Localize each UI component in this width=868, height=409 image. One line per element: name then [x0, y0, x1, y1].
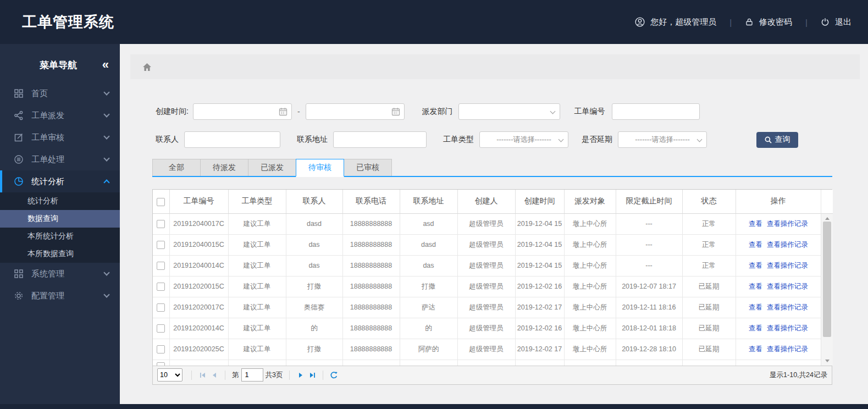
submenu-item-statistics[interactable]: 统计分析	[0, 192, 120, 210]
cell-type: 建议工单	[228, 318, 286, 339]
chevron-down-icon	[550, 109, 555, 114]
select-all-checkbox[interactable]	[157, 198, 165, 206]
system-icon	[14, 269, 24, 279]
cell-phone: 18888888888	[342, 318, 400, 339]
logout-button[interactable]: 退出	[821, 17, 852, 27]
action-link[interactable]: 查看	[749, 262, 762, 269]
refresh-icon[interactable]	[328, 369, 340, 381]
sidebar-item-home[interactable]: 首页	[0, 82, 120, 104]
create-time-from-input[interactable]	[193, 103, 292, 120]
change-password-label: 修改密码	[759, 17, 792, 27]
current-page-input[interactable]	[241, 368, 263, 382]
sidebar-item-review[interactable]: 工单审核	[0, 126, 120, 148]
vertical-scrollbar[interactable]	[821, 214, 833, 366]
scroll-down-icon[interactable]	[821, 357, 833, 366]
action-link[interactable]: 查看	[749, 220, 762, 228]
cell-actions: 查看查看操作记录	[736, 213, 821, 234]
row-checkbox[interactable]	[157, 362, 165, 366]
cell-created: 2019-12-02 16	[515, 276, 564, 297]
submenu-item-local-statistics[interactable]: 本所统计分析	[0, 228, 120, 245]
row-checkbox[interactable]	[157, 345, 165, 353]
cell-target: 墩上中心所	[564, 255, 616, 276]
row-checkbox[interactable]	[157, 303, 165, 312]
submenu-item-local-data-query[interactable]: 本所数据查询	[0, 245, 120, 263]
action-link[interactable]: 查看操作记录	[767, 324, 808, 332]
scrollbar-thumb[interactable]	[823, 222, 831, 337]
row-checkbox[interactable]	[157, 283, 165, 291]
last-page-button[interactable]	[306, 369, 318, 381]
action-link[interactable]: 查看	[749, 283, 762, 290]
address-input[interactable]	[333, 131, 427, 148]
action-link[interactable]: 查看操作记录	[767, 220, 808, 228]
row-checkbox[interactable]	[157, 324, 165, 333]
home-icon[interactable]	[142, 63, 152, 71]
chevron-down-icon	[103, 111, 109, 117]
app-header: 工单管理系统 您好，超级管理员 | 修改密码 |	[0, 0, 868, 44]
user-greeting-label: 您好，超级管理员	[650, 17, 716, 27]
action-link[interactable]: 查看操作记录	[767, 303, 808, 311]
cell-creator: 超级管理员	[457, 213, 515, 234]
cell-target: 墩上中心所	[564, 297, 616, 318]
action-link[interactable]: 查看	[749, 345, 762, 353]
cell-order_no: 201912040017C	[169, 213, 228, 234]
order-type-select[interactable]: -------请选择-------	[479, 131, 568, 148]
first-page-button[interactable]	[196, 369, 208, 381]
sidebar-item-config[interactable]: 配置管理	[0, 285, 120, 307]
contact-input[interactable]	[184, 131, 280, 148]
tab-all[interactable]: 全部	[152, 159, 201, 176]
cell-phone: 18888888888	[342, 276, 400, 297]
cell-type: 建议工单	[228, 234, 286, 255]
tab-label: 待派发	[213, 163, 236, 173]
calendar-icon[interactable]	[391, 107, 400, 116]
row-checkbox[interactable]	[157, 241, 165, 249]
column-header: 创建人	[457, 190, 515, 213]
row-checkbox[interactable]	[157, 220, 165, 228]
app-title: 工单管理系统	[0, 12, 114, 32]
change-password-button[interactable]: 修改密码	[745, 17, 792, 27]
cell-order_no: 201912020015C	[169, 276, 228, 297]
column-header: 联系电话	[342, 190, 400, 213]
order-type-value: -------请选择-------	[496, 135, 551, 145]
app-footer	[0, 404, 868, 409]
action-link[interactable]: 查看	[749, 303, 762, 311]
tab-reviewed[interactable]: 已审核	[344, 159, 392, 176]
action-link[interactable]: 查看操作记录	[767, 241, 808, 248]
dispatch-dept-select[interactable]	[458, 103, 560, 120]
calendar-icon[interactable]	[279, 107, 288, 116]
cell-deadline: 2019-12-07 18:17	[616, 276, 682, 297]
cell-phone: 18888888888	[342, 213, 400, 234]
next-page-button[interactable]	[294, 369, 306, 381]
sidebar-item-process[interactable]: 工单处理	[0, 148, 120, 170]
submenu-item-data-query[interactable]: 数据查询	[0, 210, 120, 228]
order-no-input[interactable]	[612, 103, 700, 120]
cell-actions: 查看查看操作记录	[736, 276, 821, 297]
cell-phone: 18888888888	[342, 297, 400, 318]
search-button[interactable]: 查询	[756, 132, 798, 148]
previous-page-button[interactable]	[208, 369, 220, 381]
sidebar-item-statistics[interactable]: 统计分析	[0, 170, 120, 192]
action-link[interactable]: 查看操作记录	[767, 262, 808, 269]
cell-order_no: 201912020017C	[169, 297, 228, 318]
cell-address: dasd	[400, 234, 457, 255]
cell-phone: 18888888888	[342, 234, 400, 255]
chevron-down-icon	[559, 137, 564, 142]
sidebar-item-dispatch[interactable]: 工单派发	[0, 104, 120, 126]
action-link[interactable]: 查看	[749, 324, 762, 332]
row-checkbox[interactable]	[157, 262, 165, 270]
page-size-select[interactable]: 10	[157, 368, 183, 382]
action-link[interactable]: 查看	[749, 241, 762, 248]
action-link[interactable]: 查看操作记录	[767, 345, 808, 353]
action-link[interactable]: 查看操作记录	[767, 283, 808, 290]
sidebar-item-system[interactable]: 系统管理	[0, 263, 120, 285]
delay-select[interactable]: -------请选择-------	[618, 131, 707, 148]
collapse-sidebar-icon[interactable]: «	[102, 59, 109, 71]
tab-pending-dispatch[interactable]: 待派发	[200, 159, 248, 176]
tab-pending-review[interactable]: 待审核	[296, 159, 344, 177]
dispatch-dept-label: 派发部门	[422, 107, 453, 117]
cell-deadline: 2019-12-28 18:10	[616, 339, 682, 360]
tab-dispatched[interactable]: 已派发	[248, 159, 296, 176]
create-time-to-input[interactable]	[306, 103, 405, 120]
contact-label: 联系人	[156, 135, 179, 145]
user-greeting[interactable]: 您好，超级管理员	[635, 17, 716, 27]
cell-contact: das	[286, 255, 342, 276]
